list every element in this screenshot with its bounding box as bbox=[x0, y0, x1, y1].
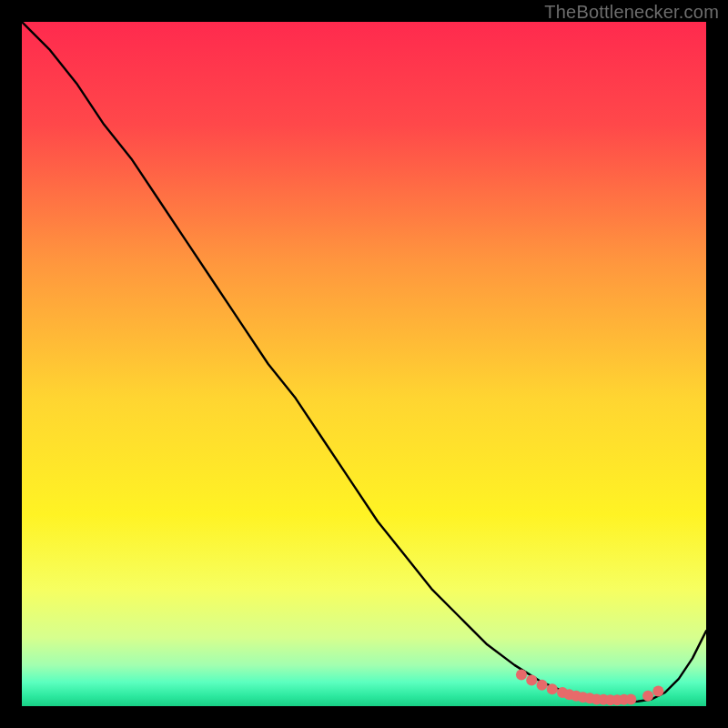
marker-dot bbox=[516, 669, 527, 680]
marker-dot bbox=[642, 691, 653, 702]
watermark-text: TheBottlenecker.com bbox=[544, 2, 719, 23]
marker-dot bbox=[625, 693, 636, 704]
chart-frame: TheBottlenecker.com bbox=[0, 0, 728, 728]
marker-dot bbox=[547, 683, 558, 694]
marker-dot bbox=[526, 674, 537, 685]
chart-svg bbox=[22, 22, 706, 706]
gradient-background bbox=[22, 22, 706, 706]
marker-dot bbox=[537, 680, 548, 691]
marker-dot bbox=[652, 685, 663, 696]
plot-area bbox=[22, 22, 706, 706]
